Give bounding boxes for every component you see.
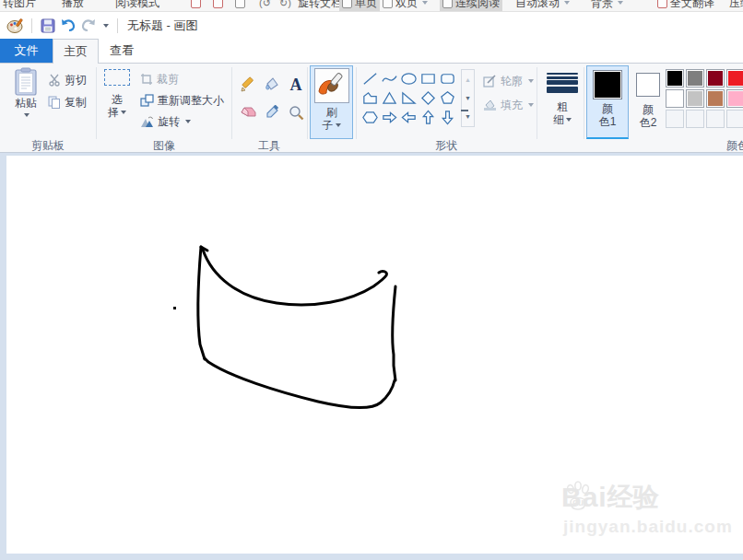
overlay-auto-scroll-button[interactable]: 自动滚动 bbox=[513, 0, 572, 12]
shape-curve-icon[interactable] bbox=[380, 69, 399, 88]
rotate-button[interactable]: 旋转 bbox=[140, 113, 191, 130]
group-label-colors: 颜色 bbox=[726, 139, 743, 152]
paint-app-icon[interactable] bbox=[6, 16, 26, 36]
brush-icon bbox=[314, 68, 349, 103]
fill-tool-button[interactable] bbox=[262, 75, 282, 95]
ribbon-home: 粘贴 剪切 复制 剪贴板 选 择 bbox=[0, 63, 743, 153]
customize-toolbar-dropdown[interactable] bbox=[99, 16, 112, 36]
magnifier-icon bbox=[289, 105, 304, 121]
tab-home[interactable]: 主页 bbox=[53, 39, 99, 64]
page-layout-icon[interactable] bbox=[232, 0, 248, 12]
crop-button[interactable]: 裁剪 bbox=[140, 71, 179, 88]
shape-outline-button[interactable]: 轮廓 bbox=[483, 73, 534, 89]
brush-button[interactable]: 刷 子 bbox=[310, 65, 353, 139]
palette-color-cell[interactable] bbox=[726, 69, 743, 88]
color1-swatch bbox=[593, 70, 622, 99]
paste-button[interactable]: 粘贴 bbox=[6, 67, 46, 117]
pencil-tool-button[interactable] bbox=[238, 75, 258, 95]
overlay-rotate-image-button[interactable]: 转图片 bbox=[0, 0, 39, 12]
color1-button[interactable]: 颜 色1 bbox=[586, 65, 629, 139]
overlay-read-mode-button[interactable]: 阅读模式 bbox=[112, 0, 162, 12]
color2-button[interactable]: 颜 色2 bbox=[632, 69, 664, 137]
text-tool-icon: A bbox=[290, 76, 302, 93]
selection-rect-icon bbox=[104, 69, 130, 86]
rotate-icon bbox=[140, 116, 154, 128]
palette-color-cell[interactable] bbox=[666, 69, 684, 88]
drawing-canvas[interactable]: Bai du 经验 jingyan.baidu.com bbox=[6, 156, 743, 554]
group-label-clipboard: 剪贴板 bbox=[0, 139, 96, 152]
outline-icon bbox=[483, 75, 497, 88]
palette-color-cell[interactable] bbox=[666, 89, 684, 108]
overlay-double-page-button[interactable]: 双页 bbox=[380, 0, 430, 12]
scissors-icon bbox=[48, 74, 61, 87]
save-button[interactable] bbox=[38, 16, 58, 36]
palette-color-cell[interactable] bbox=[706, 89, 725, 108]
shapes-more-button[interactable]: ▼ bbox=[462, 108, 474, 126]
watermark: Bai du 经验 jingyan.baidu.com bbox=[561, 480, 733, 537]
fill-bucket-icon bbox=[264, 76, 280, 93]
select-button[interactable]: 选 择 bbox=[100, 69, 135, 119]
shape-ellipse-icon[interactable] bbox=[399, 69, 419, 88]
palette-color-cell[interactable] bbox=[726, 89, 743, 108]
page-layout-icon[interactable] bbox=[188, 0, 204, 12]
resize-icon bbox=[140, 94, 154, 107]
redo-button[interactable] bbox=[78, 16, 99, 36]
overlay-translate-button[interactable]: 全文翻译 bbox=[655, 0, 717, 12]
quick-access-toolbar: 无标题 - 画图 bbox=[0, 12, 743, 39]
cut-button[interactable]: 剪切 bbox=[48, 72, 87, 88]
palette-color-cell[interactable] bbox=[706, 69, 725, 88]
rotate-left-icon[interactable]: (↺ bbox=[256, 0, 274, 12]
shape-rectangle-icon[interactable] bbox=[419, 69, 438, 88]
palette-color-cell[interactable] bbox=[686, 69, 704, 88]
shape-triangle-icon[interactable] bbox=[380, 88, 399, 108]
shape-pentagon-icon[interactable] bbox=[438, 88, 457, 108]
shape-up-arrow-icon[interactable] bbox=[419, 108, 438, 127]
copy-icon bbox=[48, 96, 61, 109]
eyedropper-icon bbox=[265, 105, 279, 120]
shape-right-triangle-icon[interactable] bbox=[399, 88, 419, 108]
overlay-rotate-doc-button[interactable]: 旋转文档 bbox=[295, 0, 345, 12]
palette-color-cell[interactable] bbox=[706, 110, 725, 128]
line-thickness-icon bbox=[547, 71, 578, 95]
page-layout-icon[interactable] bbox=[210, 0, 226, 12]
reader-overlay-toolbar: 转图片 播放 阅读模式 (↺ ↻) 旋转文档 单页 双页 连续阅读 自动滚动 背… bbox=[0, 0, 743, 12]
shapes-scroll-up-button[interactable]: ▲ bbox=[462, 70, 474, 88]
paw-icon: du bbox=[561, 480, 595, 511]
shape-rounded-rectangle-icon[interactable] bbox=[438, 69, 457, 88]
shape-down-arrow-icon[interactable] bbox=[438, 108, 457, 127]
eraser-tool-button[interactable] bbox=[238, 102, 258, 122]
palette-color-cell[interactable] bbox=[726, 110, 743, 128]
overlay-continuous-read-button[interactable]: 连续阅读 bbox=[440, 0, 502, 12]
shape-right-arrow-icon[interactable] bbox=[380, 108, 399, 127]
tab-view[interactable]: 查看 bbox=[99, 39, 145, 63]
rotate-right-icon[interactable]: ↻) bbox=[277, 0, 294, 12]
palette-color-cell[interactable] bbox=[686, 110, 704, 128]
shape-line-icon[interactable] bbox=[360, 69, 380, 88]
overlay-single-page-button[interactable]: 单页 bbox=[339, 0, 380, 12]
eraser-icon bbox=[240, 106, 256, 119]
watermark-url: jingyan.baidu.com bbox=[563, 517, 733, 537]
shape-left-arrow-icon[interactable] bbox=[399, 108, 419, 127]
color-picker-tool-button[interactable] bbox=[262, 102, 282, 122]
overlay-play-button[interactable]: 播放 bbox=[59, 0, 87, 12]
shape-polygon-icon[interactable] bbox=[360, 88, 380, 108]
crop-icon bbox=[140, 73, 153, 86]
svg-text:du: du bbox=[572, 497, 584, 508]
palette-color-cell[interactable] bbox=[666, 110, 684, 128]
window-title: 无标题 - 画图 bbox=[127, 18, 198, 34]
shape-fill-button[interactable]: 填充 bbox=[483, 97, 534, 113]
size-button[interactable]: 粗 细 bbox=[544, 71, 581, 126]
text-tool-button[interactable]: A bbox=[286, 75, 306, 95]
magnifier-tool-button[interactable] bbox=[286, 102, 306, 122]
workspace: Bai du 经验 jingyan.baidu.com bbox=[0, 153, 743, 560]
shape-hexagon-icon[interactable] bbox=[360, 108, 380, 127]
resize-button[interactable]: 重新调整大小 bbox=[140, 92, 224, 109]
tab-file[interactable]: 文件 bbox=[0, 39, 53, 63]
shapes-scroll-down-button[interactable]: ▼ bbox=[462, 88, 474, 107]
copy-button[interactable]: 复制 bbox=[48, 94, 87, 111]
undo-button[interactable] bbox=[58, 16, 78, 36]
overlay-background-button[interactable]: 背景 bbox=[588, 0, 626, 12]
shape-diamond-icon[interactable] bbox=[419, 88, 438, 108]
overlay-compress-button[interactable]: 压缩 bbox=[726, 0, 743, 12]
palette-color-cell[interactable] bbox=[686, 89, 704, 108]
